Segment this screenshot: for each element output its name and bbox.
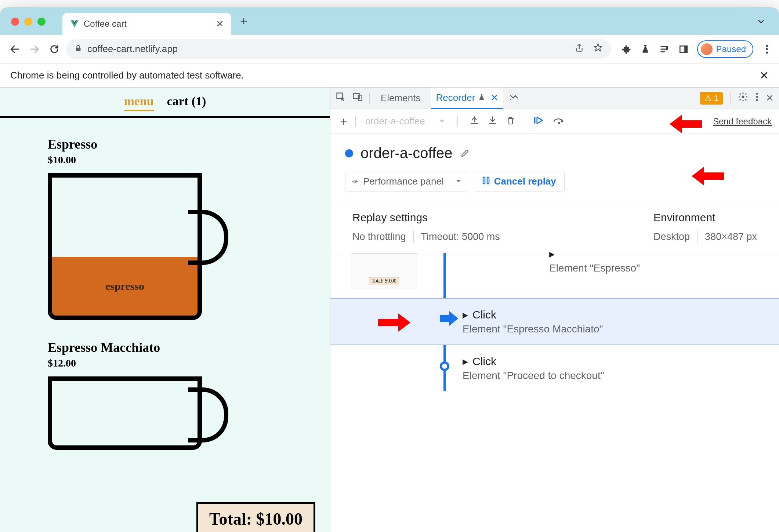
devtools-close-icon[interactable]: ✕ bbox=[766, 92, 774, 104]
svg-point-6 bbox=[766, 51, 768, 54]
step-target: Element "Proceed to checkout" bbox=[463, 370, 604, 382]
issues-count: 1 bbox=[714, 94, 718, 103]
chrome-menu-icon[interactable] bbox=[761, 44, 772, 55]
back-button[interactable] bbox=[7, 41, 23, 57]
more-tabs-icon[interactable] bbox=[510, 92, 519, 104]
new-tab-button[interactable]: ＋ bbox=[238, 13, 250, 29]
window-minimize[interactable] bbox=[24, 18, 32, 26]
import-icon[interactable] bbox=[488, 116, 497, 127]
window-controls bbox=[11, 18, 46, 26]
side-panel-icon[interactable] bbox=[678, 44, 689, 55]
address-bar[interactable]: coffee-cart.netlify.app bbox=[66, 39, 611, 59]
recorder-steps: Total: $0.00 ▸ Click Element "Espresso" … bbox=[330, 253, 779, 391]
step-over-icon[interactable] bbox=[553, 116, 565, 127]
svg-point-4 bbox=[766, 44, 768, 47]
step-thumbnail: Total: $0.00 bbox=[351, 253, 417, 288]
step-action: Click bbox=[472, 355, 496, 368]
tab-elements[interactable]: Elements bbox=[376, 88, 425, 108]
flask-icon bbox=[478, 92, 485, 103]
svg-rect-17 bbox=[483, 177, 485, 184]
tab-close-icon[interactable]: ✕ bbox=[490, 92, 499, 103]
cancel-replay-button[interactable]: Cancel replay bbox=[474, 171, 565, 192]
reload-button[interactable] bbox=[46, 41, 62, 57]
product-card: Espresso $10.00 espresso bbox=[48, 136, 282, 320]
thumb-total-badge: Total: $0.00 bbox=[369, 277, 399, 285]
recording-selector[interactable]: order-a-coffee bbox=[365, 116, 425, 127]
performance-panel-button[interactable]: Performance panel bbox=[345, 171, 467, 192]
total-badge[interactable]: Total: $10.00 bbox=[196, 502, 315, 532]
step-row[interactable]: ▸ Click Element "Proceed to checkout" bbox=[330, 345, 779, 391]
extensions-icon[interactable] bbox=[621, 44, 632, 55]
nav-menu-link[interactable]: menu bbox=[124, 94, 154, 111]
labs-flask-icon[interactable] bbox=[640, 44, 651, 55]
app-viewport: menu cart (1) Espresso $10.00 espresso E… bbox=[0, 88, 330, 532]
app-nav: menu cart (1) bbox=[0, 88, 330, 118]
profile-paused-pill[interactable]: Paused bbox=[697, 40, 753, 58]
inspect-element-icon[interactable] bbox=[336, 92, 346, 105]
chevron-down-icon[interactable] bbox=[438, 116, 446, 127]
svg-rect-18 bbox=[487, 177, 489, 184]
annotation-arrow-icon bbox=[378, 310, 411, 335]
browser-tab[interactable]: Coffee cart ✕ bbox=[62, 13, 231, 35]
infobar-close-icon[interactable]: ✕ bbox=[760, 69, 769, 82]
svg-point-16 bbox=[354, 182, 356, 183]
expand-caret-icon[interactable]: ▸ bbox=[549, 247, 555, 260]
throttling-value[interactable]: No throttling bbox=[352, 231, 406, 243]
replay-icon[interactable] bbox=[533, 115, 544, 128]
reading-list-icon[interactable] bbox=[659, 44, 670, 55]
share-icon[interactable] bbox=[575, 43, 584, 55]
window-maximize[interactable] bbox=[37, 18, 46, 26]
coffee-cup-button[interactable]: espresso bbox=[48, 173, 206, 320]
product-name: Espresso Macchiato bbox=[48, 340, 282, 355]
forward-button[interactable] bbox=[26, 41, 43, 57]
infobar-text: Chrome is being controlled by automated … bbox=[10, 70, 244, 81]
edit-pencil-icon[interactable] bbox=[460, 145, 470, 161]
delete-icon[interactable] bbox=[506, 116, 515, 127]
avatar-icon bbox=[701, 43, 713, 55]
lock-icon bbox=[74, 43, 82, 55]
step-row[interactable]: ▸ Click Element "Espresso Macchiato" bbox=[330, 298, 779, 345]
step-target: Element "Espresso" bbox=[549, 262, 640, 274]
coffee-cup-button[interactable] bbox=[48, 376, 206, 523]
nav-cart-link[interactable]: cart (1) bbox=[167, 94, 206, 111]
devtools-tabbar: Elements Recorder ✕ ⚠ 1 ✕ bbox=[330, 88, 779, 109]
expand-caret-icon[interactable]: ▸ bbox=[463, 355, 468, 368]
recorder-settings-row: Replay settings No throttling Timeout: 5… bbox=[330, 201, 779, 253]
tab-overflow-chevron-icon[interactable] bbox=[756, 17, 766, 28]
devtools-menu-icon[interactable] bbox=[756, 92, 758, 104]
paused-label: Paused bbox=[716, 44, 746, 54]
chevron-down-icon bbox=[450, 176, 462, 187]
issues-badge[interactable]: ⚠ 1 bbox=[700, 92, 723, 105]
browser-toolbar: coffee-cart.netlify.app Paused bbox=[0, 35, 779, 63]
tab-title: Coffee cart bbox=[84, 19, 127, 29]
recording-status-dot-icon bbox=[345, 149, 353, 157]
expand-caret-icon[interactable]: ▸ bbox=[463, 308, 468, 321]
tab-recorder[interactable]: Recorder ✕ bbox=[431, 88, 503, 109]
new-recording-icon[interactable]: ＋ bbox=[338, 113, 349, 130]
product-price: $12.00 bbox=[48, 357, 282, 369]
svg-rect-3 bbox=[684, 46, 687, 52]
window-close[interactable] bbox=[11, 18, 19, 26]
recorder-header: order-a-coffee Performance panel Cancel … bbox=[330, 134, 779, 201]
browser-tab-strip: Coffee cart ✕ ＋ bbox=[0, 7, 779, 35]
product-price: $10.00 bbox=[48, 154, 282, 166]
device-toggle-icon[interactable] bbox=[352, 92, 363, 105]
current-step-marker-icon bbox=[440, 311, 458, 326]
timeout-value[interactable]: Timeout: 5000 ms bbox=[413, 231, 500, 243]
device-value: Desktop bbox=[653, 231, 690, 243]
svg-point-13 bbox=[756, 99, 758, 101]
settings-gear-icon[interactable] bbox=[738, 92, 748, 105]
recording-name: order-a-coffee bbox=[360, 145, 453, 161]
send-feedback-link[interactable]: Send feedback bbox=[713, 116, 772, 127]
export-icon[interactable] bbox=[470, 116, 479, 127]
step-dot-icon bbox=[440, 361, 449, 371]
tab-close-icon[interactable]: ✕ bbox=[216, 18, 224, 30]
automation-infobar: Chrome is being controlled by automated … bbox=[0, 63, 779, 88]
svg-point-12 bbox=[756, 96, 758, 98]
svg-point-15 bbox=[558, 122, 560, 124]
svg-rect-0 bbox=[76, 48, 81, 51]
step-row[interactable]: Total: $0.00 ▸ Click Element "Espresso" bbox=[330, 253, 779, 298]
pause-icon bbox=[482, 176, 490, 187]
bookmark-star-icon[interactable] bbox=[593, 43, 603, 55]
product-name: Espresso bbox=[48, 136, 282, 152]
